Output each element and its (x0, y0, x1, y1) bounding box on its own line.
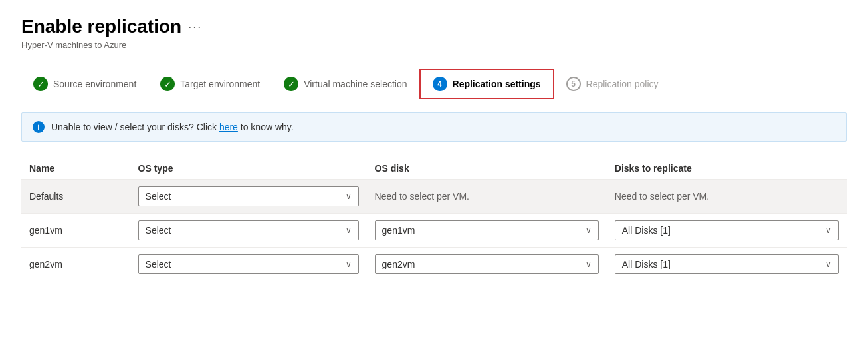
chevron-down-icon-os-type-defaults: ∨ (346, 192, 352, 201)
cell-os-disk-defaults: Need to select per VM. (367, 180, 607, 214)
col-header-disks-replicate: Disks to replicate (607, 158, 847, 180)
cell-disks-replicate-gen1vm: All Disks [1] ∨ (607, 214, 847, 248)
cell-os-type-gen2vm: Select ∨ (130, 248, 367, 281)
step-label-policy: Replication policy (586, 79, 659, 89)
dropdown-os-type-gen2vm[interactable]: Select ∨ (138, 254, 359, 274)
col-header-os-disk: OS disk (367, 158, 607, 180)
static-disks-replicate-defaults: Need to select per VM. (615, 191, 709, 202)
chevron-down-icon-os-type-gen1vm: ∨ (346, 226, 352, 235)
dropdown-disks-replicate-gen1vm[interactable]: All Disks [1] ∨ (615, 220, 839, 240)
cell-os-disk-gen1vm: gen1vm ∨ (367, 214, 607, 248)
dropdown-value-os-disk-gen2vm: gen2vm (382, 259, 415, 269)
more-options-icon[interactable]: ··· (188, 20, 202, 34)
cell-name-defaults: Defaults (21, 180, 130, 214)
info-banner: i Unable to view / select your disks? Cl… (21, 112, 847, 142)
dropdown-os-disk-gen1vm[interactable]: gen1vm ∨ (375, 220, 599, 240)
col-header-os-type: OS type (130, 158, 367, 180)
table-row-gen2vm: gen2vm Select ∨ gen2vm ∨ All Disks [1] ∨ (21, 248, 847, 281)
step-target-environment[interactable]: ✓ Target environment (148, 70, 272, 98)
static-os-disk-defaults: Need to select per VM. (375, 191, 469, 202)
step-check-icon-source: ✓ (33, 77, 48, 91)
chevron-down-icon-os-disk-gen2vm: ∨ (586, 260, 592, 269)
step-label-target: Target environment (180, 79, 260, 89)
table-row-gen1vm: gen1vm Select ∨ gen1vm ∨ All Disks [1] ∨ (21, 214, 847, 248)
dropdown-value-os-disk-gen1vm: gen1vm (382, 225, 415, 236)
chevron-down-icon-os-disk-gen1vm: ∨ (586, 226, 592, 235)
page-header: Enable replication ··· Hyper-V machines … (21, 16, 847, 50)
col-header-name: Name (21, 158, 130, 180)
cell-name-gen1vm: gen1vm (21, 214, 130, 248)
cell-name-gen2vm: gen2vm (21, 248, 130, 281)
dropdown-value-os-type-defaults: Select (146, 191, 171, 202)
chevron-down-icon-disks-gen2vm: ∨ (825, 260, 831, 269)
dropdown-os-disk-gen2vm[interactable]: gen2vm ∨ (375, 254, 599, 274)
replication-table: Name OS type OS disk Disks to replicate … (21, 158, 847, 281)
page-title: Enable replication (21, 16, 181, 37)
step-check-icon-vm: ✓ (284, 77, 298, 91)
step-label-source: Source environment (53, 79, 136, 89)
cell-os-type-defaults: Select ∨ (130, 180, 367, 214)
cell-disks-replicate-defaults: Need to select per VM. (607, 180, 847, 214)
cell-os-disk-gen2vm: gen2vm ∨ (367, 248, 607, 281)
dropdown-value-disks-replicate-gen1vm: All Disks [1] (622, 225, 671, 236)
step-number-icon-policy: 5 (566, 77, 581, 91)
step-label-vm: Virtual machine selection (304, 79, 407, 89)
dropdown-os-type-defaults[interactable]: Select ∨ (138, 186, 359, 206)
info-icon: i (33, 121, 45, 133)
chevron-down-icon-os-type-gen2vm: ∨ (346, 260, 352, 269)
table-row-defaults: Defaults Select ∨ Need to select per VM.… (21, 180, 847, 214)
page-subtitle: Hyper-V machines to Azure (21, 40, 847, 50)
info-link[interactable]: here (219, 122, 238, 132)
dropdown-os-type-gen1vm[interactable]: Select ∨ (138, 220, 359, 240)
step-label-replication: Replication settings (453, 79, 541, 89)
step-number-icon-replication: 4 (433, 77, 447, 91)
cell-disks-replicate-gen2vm: All Disks [1] ∨ (607, 248, 847, 281)
dropdown-disks-replicate-gen2vm[interactable]: All Disks [1] ∨ (615, 254, 839, 274)
dropdown-value-os-type-gen2vm: Select (146, 259, 171, 269)
step-source-environment[interactable]: ✓ Source environment (21, 70, 148, 98)
dropdown-value-disks-replicate-gen2vm: All Disks [1] (622, 259, 671, 269)
dropdown-value-os-type-gen1vm: Select (146, 225, 171, 236)
step-replication-settings[interactable]: 4 Replication settings (419, 69, 554, 99)
steps-bar: ✓ Source environment ✓ Target environmen… (21, 69, 847, 99)
step-vm-selection[interactable]: ✓ Virtual machine selection (272, 70, 419, 98)
step-replication-policy[interactable]: 5 Replication policy (554, 70, 671, 98)
cell-os-type-gen1vm: Select ∨ (130, 214, 367, 248)
chevron-down-icon-disks-gen1vm: ∨ (825, 226, 831, 235)
info-text: Unable to view / select your disks? Clic… (51, 122, 294, 132)
step-check-icon-target: ✓ (160, 77, 175, 91)
